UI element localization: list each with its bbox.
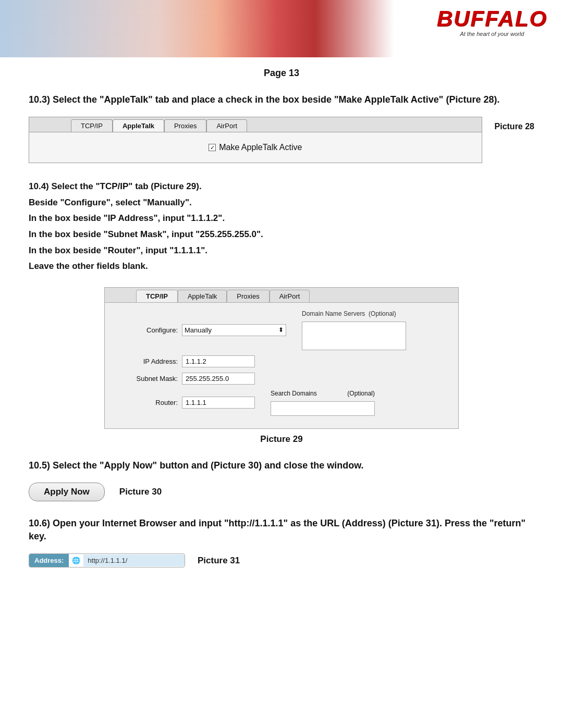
configure-row: Configure: Manually ⬍ Domain Name Server… [115,310,448,350]
router-input[interactable]: 1.1.1.1 [182,397,255,409]
picture-29-panel: TCP/IP AppleTalk Proxies AirPort Configu… [104,287,459,429]
address-bar-row: Address: 🌐 http://1.1.1.1/ Picture 31 [29,553,534,567]
tab-appletalk-28[interactable]: AppleTalk [113,119,164,132]
subnet-input[interactable]: 255.255.255.0 [182,373,255,385]
section-10-4-line4: In the box beside "Subnet Mask", input "… [29,227,534,243]
logo-area: BUFFALO At the heart of your world [437,8,547,37]
apply-now-row: Apply Now Picture 30 [29,483,534,501]
section-10-5: 10.5) Select the "Apply Now" button and … [29,459,534,501]
appletalk-checkbox[interactable]: ✓ [209,144,216,151]
tab-tcpip-29[interactable]: TCP/IP [136,290,178,302]
tab-proxies-29[interactable]: Proxies [227,290,269,302]
search-domains-label: Search Domains(Optional) [271,390,375,397]
appletalk-checkbox-label: Make AppleTalk Active [219,143,302,152]
page-content: Page 13 10.3) Select the "AppleTalk" tab… [0,57,563,599]
dns-col: Domain Name Servers (Optional) [302,310,406,350]
checkbox-row-28: ✓ Make AppleTalk Active [40,139,471,156]
panel-body-28: ✓ Make AppleTalk Active [29,132,482,163]
header-gradient-bg [0,0,394,57]
section-10-6: 10.6) Open your Internet Browser and inp… [29,517,534,567]
configure-select-arrow: ⬍ [278,326,284,334]
section-10-4-line5: In the box beside "Router", input "1.1.1… [29,243,534,259]
router-label: Router: [115,399,178,406]
search-domains-input[interactable] [271,401,375,416]
dns-input-box[interactable] [302,322,406,350]
dns-label: Domain Name Servers (Optional) [302,310,406,317]
logo-text: BUFFALO [437,8,547,30]
section-10-3-title: 10.3) Select the "AppleTalk" tab and pla… [29,93,534,106]
configure-value: Manually [185,326,212,334]
picture-28-panel: TCP/IP AppleTalk Proxies AirPort ✓ Make … [29,117,482,163]
section-10-4-line2: Beside "Configure", select "Manually". [29,195,534,211]
section-10-4-line6: Leave the other fields blank. [29,258,534,275]
ip-label: IP Address: [115,357,178,365]
tab-airport-29[interactable]: AirPort [270,290,310,302]
section-10-5-title: 10.5) Select the "Apply Now" button and … [29,459,534,472]
page-number: Page 13 [29,68,534,79]
tcp-body-29: Configure: Manually ⬍ Domain Name Server… [105,303,458,428]
tab-proxies-28[interactable]: Proxies [164,119,206,132]
search-col: Search Domains(Optional) [271,390,375,416]
section-10-4-line1: 10.4) Select the "TCP/IP" tab (Picture 2… [29,179,534,195]
picture-29-wrapper: TCP/IP AppleTalk Proxies AirPort Configu… [29,287,534,454]
subnet-row: Subnet Mask: 255.255.255.0 [115,373,448,385]
picture-30-label: Picture 30 [119,487,162,497]
address-url-text[interactable]: http://1.1.1.1/ [83,554,185,566]
picture-28-label: Picture 28 [495,117,534,131]
router-row: Router: 1.1.1.1 Search Domains(Optional) [115,390,448,416]
picture-29-label: Picture 29 [260,434,302,445]
section-10-6-title: 10.6) Open your Internet Browser and inp… [29,517,534,543]
address-globe-icon: 🌐 [69,554,83,566]
section-10-4-line3: In the box beside "IP Address", input "1… [29,211,534,227]
logo-tagline: At the heart of your world [437,31,547,37]
ip-row: IP Address: 1.1.1.2 [115,355,448,367]
tab-tcpip-28[interactable]: TCP/IP [71,119,113,132]
tab-airport-28[interactable]: AirPort [206,119,247,132]
subnet-label: Subnet Mask: [115,375,178,382]
apply-now-button[interactable]: Apply Now [29,483,105,501]
address-bar: Address: 🌐 http://1.1.1.1/ [29,553,185,567]
section-10-4-text: 10.4) Select the "TCP/IP" tab (Picture 2… [29,179,534,275]
configure-label: Configure: [115,326,178,334]
address-label: Address: [29,554,69,567]
configure-select[interactable]: Manually ⬍ [182,324,286,336]
mac-tabs-28: TCP/IP AppleTalk Proxies AirPort [29,117,482,132]
tcp-tabs-29: TCP/IP AppleTalk Proxies AirPort [105,288,458,303]
tab-appletalk-29[interactable]: AppleTalk [178,290,227,302]
page-header: BUFFALO At the heart of your world [0,0,563,57]
picture-28-container: TCP/IP AppleTalk Proxies AirPort ✓ Make … [29,117,534,163]
picture-31-label: Picture 31 [198,556,240,566]
ip-input[interactable]: 1.1.1.2 [182,355,255,367]
